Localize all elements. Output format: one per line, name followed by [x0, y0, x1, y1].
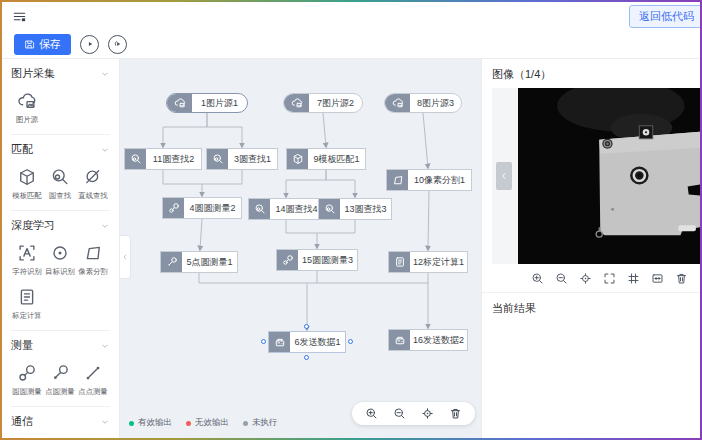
circle-find-icon — [130, 153, 142, 165]
sidebar-item-image-source[interactable]: 图片源 — [11, 91, 44, 125]
resize-handle[interactable] — [304, 355, 309, 360]
sidebar-item-line-find[interactable]: 直线查找 — [77, 167, 110, 201]
sidebar-item-circle-find[interactable]: 圆查找 — [44, 167, 77, 201]
circle-find-icon — [50, 167, 70, 187]
circle-find-icon — [207, 149, 228, 169]
section-header[interactable]: 深度学习 — [11, 218, 110, 233]
node-label: 9模板匹配1 — [308, 149, 365, 169]
flow-node-16[interactable]: 16发送数据2 — [388, 329, 468, 351]
send-data-icon — [274, 336, 286, 348]
legend-label: 无效输出 — [195, 417, 229, 429]
node-label: 1图片源1 — [192, 94, 247, 112]
section-header[interactable]: 测量 — [11, 338, 110, 353]
collapse-menu-icon[interactable] — [12, 9, 27, 24]
chevron-down-icon — [100, 69, 110, 79]
circle-find-icon — [319, 199, 340, 219]
sidebar-item-point-point[interactable]: 点点测量 — [77, 363, 110, 397]
sidebar-item-pixel-segmentation[interactable]: 像素分割 — [77, 243, 110, 277]
section-header[interactable]: 匹配 — [11, 142, 110, 157]
edge-1-3 — [207, 113, 242, 147]
sidebar-collapse-handle[interactable] — [120, 235, 131, 279]
section-title: 通信 — [11, 414, 33, 429]
fit-image-button[interactable] — [651, 272, 664, 285]
collapse-menu-icon — [12, 9, 27, 24]
zoom-out-button[interactable] — [555, 272, 568, 285]
zoom-out-icon — [393, 407, 406, 420]
run-button[interactable] — [80, 35, 99, 54]
template-match-icon — [292, 153, 304, 165]
point-circle-icon — [161, 252, 182, 272]
section-header[interactable]: 图片采集 — [11, 66, 110, 81]
fullscreen-button[interactable] — [603, 272, 616, 285]
zoom-out-button[interactable] — [393, 407, 406, 420]
circle-find-icon — [249, 199, 270, 219]
back-to-lowcode-button[interactable]: 返回低代码 — [629, 5, 700, 28]
sidebar-item-calc[interactable]: 标定计算 — [11, 287, 44, 321]
resize-handle[interactable] — [348, 339, 353, 344]
flow-node-5[interactable]: 5点圆测量1 — [160, 251, 238, 273]
legend-label: 未执行 — [252, 417, 278, 429]
save-button[interactable]: 保存 — [14, 34, 71, 55]
flow-node-14[interactable]: 14圆查找4 — [248, 198, 324, 220]
flow-node-13[interactable]: 13圆查找3 — [318, 198, 392, 220]
node-label: 13圆查找3 — [340, 199, 391, 219]
section-title: 图片采集 — [11, 66, 55, 81]
image-source-icon — [385, 94, 410, 112]
sidebar-item-circle-circle[interactable]: 圆圆测量 — [11, 363, 44, 397]
flow-node-4[interactable]: 4圆圆测量2 — [162, 197, 242, 219]
flow-node-11[interactable]: 11圆查找2 — [124, 148, 202, 170]
delete-button[interactable] — [675, 272, 688, 285]
locate-button[interactable] — [579, 272, 592, 285]
circle-find-icon — [254, 203, 266, 215]
calc-icon — [17, 287, 37, 307]
send-data-icon — [389, 330, 410, 350]
flow-node-3[interactable]: 3圆查找1 — [206, 148, 278, 170]
zoom-in-button[interactable] — [365, 407, 378, 420]
sidebar-item-char-recognition[interactable]: 字符识别 — [11, 243, 44, 277]
circle-circle-icon — [277, 250, 298, 270]
status-legend: 有效输出 无效输出 未执行 — [129, 417, 278, 429]
char-recognition-icon — [17, 243, 37, 263]
edge-5-junction — [199, 273, 428, 283]
image-viewer — [492, 88, 700, 264]
sidebar-item-label: 点点测量 — [79, 386, 108, 396]
legend-item: 无效输出 — [186, 417, 229, 429]
flow-node-9[interactable]: 9模板匹配1 — [286, 148, 366, 170]
flow-node-12[interactable]: 12标定计算1 — [388, 251, 468, 273]
flow-node-1[interactable]: 1图片源1 — [166, 93, 248, 113]
point-circle-icon — [166, 256, 178, 268]
sidebar-item-target-recognition[interactable]: 目标识别 — [44, 243, 77, 277]
sidebar-item-label: 像素分割 — [79, 266, 108, 276]
chevron-down-icon — [100, 221, 110, 231]
circle-find-icon — [212, 153, 224, 165]
flow-node-10[interactable]: 10像素分割1 — [386, 169, 472, 191]
circle-find-icon — [125, 149, 146, 169]
sidebar-section: 测量 圆圆测量 点圆测量 点点测量 — [11, 331, 110, 407]
sidebar-item-label: 点圆测量 — [46, 386, 75, 396]
sidebar-item-point-circle[interactable]: 点圆测量 — [44, 363, 77, 397]
section-title: 测量 — [11, 338, 33, 353]
circle-find-icon — [324, 203, 336, 215]
template-match-icon — [287, 149, 308, 169]
resize-handle[interactable] — [304, 324, 309, 329]
edge-9-13 — [326, 170, 355, 197]
zoom-in-button[interactable] — [531, 272, 544, 285]
flow-node-6[interactable]: 6发送数据1 — [268, 331, 346, 353]
section-header[interactable]: 通信 — [11, 414, 110, 429]
node-label: 14圆查找4 — [270, 199, 323, 219]
resize-handle[interactable] — [261, 339, 266, 344]
sidebar-item-template-match[interactable]: 模板匹配 — [11, 167, 44, 201]
run-once-button[interactable] — [108, 35, 127, 54]
flow-node-8[interactable]: 8图片源3 — [384, 93, 462, 113]
flow-node-7[interactable]: 7图片源2 — [283, 93, 363, 113]
header-bar: 返回低代码 — [2, 2, 700, 30]
flow-node-15[interactable]: 15圆圆测量3 — [276, 249, 358, 271]
node-label: 12标定计算1 — [410, 252, 467, 272]
legend-dot — [243, 421, 248, 426]
previous-image-button[interactable] — [496, 162, 512, 190]
grid-button[interactable] — [627, 272, 640, 285]
delete-button[interactable] — [449, 407, 462, 420]
flow-canvas[interactable]: 有效输出 无效输出 未执行 1图片源1 7图片源2 8图片源3 11圆查找2 3… — [120, 59, 481, 438]
image-source-icon — [392, 97, 404, 109]
locate-button[interactable] — [421, 407, 434, 420]
